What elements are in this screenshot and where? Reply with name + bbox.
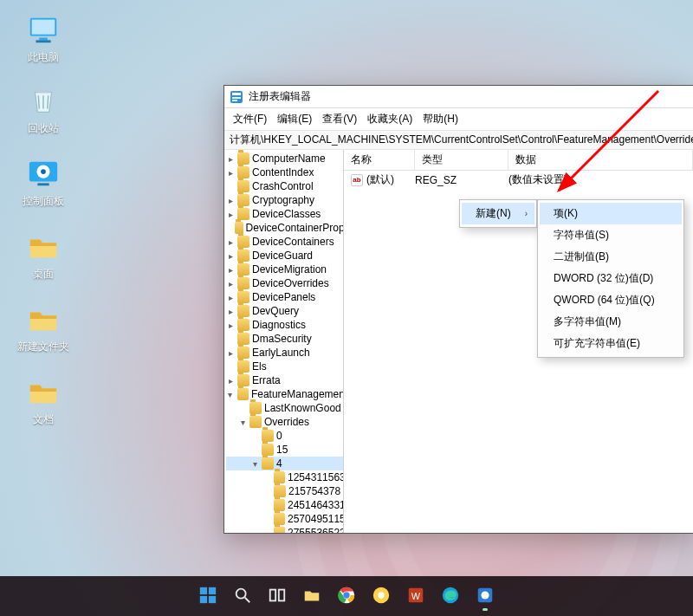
tree-item[interactable]: 0	[226, 429, 343, 443]
context-sub-item-5[interactable]: 多字符串值(M)	[540, 311, 682, 333]
desktop-icon-folder-1[interactable]: 桌面	[10, 229, 75, 282]
svg-point-30	[481, 591, 489, 599]
menu-item-3[interactable]: 收藏夹(A)	[364, 110, 416, 128]
folder-icon	[237, 180, 249, 192]
menu-item-0[interactable]: 文件(F)	[230, 110, 270, 128]
folder-icon	[262, 430, 274, 442]
expander-icon[interactable]: ▾	[226, 390, 235, 399]
tree-item[interactable]: ▸DevQuery	[226, 304, 343, 318]
tree-item[interactable]: ▸ContentIndex	[226, 165, 343, 179]
expander-icon[interactable]: ▸	[226, 293, 235, 302]
regedit-icon	[230, 90, 243, 104]
expander-icon[interactable]: ▸	[226, 196, 235, 205]
tree-item[interactable]: ▸EarlyLaunch	[226, 346, 343, 360]
col-name[interactable]: 名称	[344, 150, 415, 170]
tree-item[interactable]: ▸ComputerName	[226, 152, 343, 165]
tree-item[interactable]: CrashControl	[226, 179, 343, 193]
taskbar-explorer[interactable]	[300, 584, 324, 608]
chrome-icon	[337, 586, 356, 607]
context-sub-item-2[interactable]: 二进制值(B)	[540, 246, 682, 268]
expander-icon[interactable]: ▸	[226, 210, 235, 219]
menu-item-2[interactable]: 查看(V)	[319, 110, 360, 128]
value-row-default[interactable]: ab (默认) REG_SZ (数值未设置)	[344, 171, 693, 189]
context-sub-item-4[interactable]: QWORD (64 位)值(Q)	[540, 289, 682, 311]
address-bar[interactable]: 计算机\HKEY_LOCAL_MACHINE\SYSTEM\CurrentCon…	[224, 130, 693, 150]
tree-item[interactable]: 215754378	[226, 484, 343, 498]
taskbar-word[interactable]: W	[404, 584, 428, 608]
taskbar-chrome[interactable]	[334, 584, 359, 608]
word-icon: W	[406, 586, 425, 607]
menu-item-4[interactable]: 帮助(H)	[419, 110, 462, 128]
desktop-icon-control-panel[interactable]: 控制面板	[10, 156, 75, 209]
tree-view[interactable]: ▸ComputerName▸ContentIndexCrashControl▸C…	[224, 150, 344, 533]
tree-item[interactable]: DmaSecurity	[226, 332, 343, 346]
folder-icon	[302, 586, 321, 607]
taskbar-edge[interactable]	[438, 584, 463, 608]
tree-item[interactable]: Els	[226, 360, 343, 373]
taskbar-start[interactable]	[196, 584, 220, 608]
expander-icon[interactable]: ▸	[226, 168, 235, 178]
this-pc-icon	[26, 12, 61, 47]
expander-icon[interactable]: ▸	[226, 154, 235, 164]
tree-item[interactable]: 2451464331	[226, 498, 343, 512]
tree-item[interactable]: 2755536522	[226, 526, 343, 533]
tree-item-label: DeviceContainers	[252, 236, 334, 248]
col-type[interactable]: 类型	[415, 150, 508, 170]
tree-item-label: DeviceGuard	[252, 250, 313, 262]
tree-item[interactable]: ▸DeviceGuard	[226, 249, 343, 263]
expander-icon[interactable]: ▸	[226, 251, 235, 261]
expander-icon[interactable]: ▸	[226, 265, 235, 275]
expander-icon[interactable]: ▸	[226, 279, 235, 289]
expander-icon[interactable]: ▸	[226, 307, 235, 316]
menu-item-1[interactable]: 编辑(E)	[274, 110, 315, 128]
folder-icon	[237, 194, 249, 206]
desktop-icon-folder-3[interactable]: 文档	[10, 374, 75, 427]
tree-item[interactable]: 15	[226, 443, 343, 457]
tree-item[interactable]: ▸DeviceOverrides	[226, 276, 343, 290]
tree-item[interactable]: 1254311563	[226, 470, 343, 484]
tree-item-label: DevQuery	[252, 305, 299, 317]
tree-item[interactable]: ▸Cryptography	[226, 193, 343, 207]
expander-icon[interactable]: ▾	[250, 459, 259, 469]
tree-item[interactable]: ▸Diagnostics	[226, 318, 343, 332]
context-sub-item-0[interactable]: 项(K)	[540, 203, 682, 224]
tree-item[interactable]: DeviceContainerPropertyUpda	[226, 221, 343, 235]
folder-icon	[274, 513, 285, 525]
expander-icon[interactable]: ▸	[226, 348, 235, 358]
desktop-icon-folder-2[interactable]: 新建文件夹	[10, 302, 75, 354]
col-data[interactable]: 数据	[508, 150, 693, 170]
expander-icon[interactable]: ▸	[226, 237, 235, 247]
expander-icon[interactable]: ▾	[238, 418, 247, 427]
taskbar-settings[interactable]	[369, 584, 393, 608]
context-sub-item-1[interactable]: 字符串值(S)	[540, 224, 682, 246]
tree-item[interactable]: ▾FeatureManagement	[226, 387, 343, 401]
folder-icon	[237, 305, 249, 317]
context-sub-item-3[interactable]: DWORD (32 位)值(D)	[540, 268, 682, 289]
string-value-icon: ab	[351, 174, 363, 186]
folder-icon	[237, 152, 249, 165]
tree-item[interactable]: 2570495115	[226, 512, 343, 526]
context-sub-item-6[interactable]: 可扩充字符串值(E)	[540, 333, 682, 354]
taskbar-search[interactable]	[230, 584, 255, 608]
tree-item[interactable]: ▸DeviceMigration	[226, 263, 343, 276]
desktop-icon-recycle-bin[interactable]: 回收站	[10, 83, 75, 136]
expander-icon[interactable]: ▸	[226, 321, 235, 330]
context-sub-item-label: 多字符串值(M)	[554, 314, 621, 329]
tree-item[interactable]: ▸DevicePanels	[226, 290, 343, 304]
expander-icon[interactable]: ▸	[226, 376, 235, 386]
tree-item[interactable]: ▸DeviceContainers	[226, 235, 343, 249]
tree-item-label: DeviceOverrides	[252, 277, 329, 289]
tree-item[interactable]: ▾4	[226, 457, 343, 470]
context-sub-item-label: 字符串值(S)	[554, 228, 609, 243]
tree-item[interactable]: LastKnownGood	[226, 401, 343, 415]
desktop-icon-this-pc[interactable]: 此电脑	[10, 12, 75, 65]
tree-item[interactable]: ▸DeviceClasses	[226, 207, 343, 221]
app-icon	[476, 586, 495, 607]
taskbar-taskview[interactable]	[265, 584, 289, 608]
tree-item[interactable]: ▾Overrides	[226, 415, 343, 429]
context-item-new[interactable]: 新建(N) ›	[462, 203, 534, 224]
tree-item[interactable]: ▸Errata	[226, 373, 343, 387]
value-data: (数值未设置)	[508, 172, 693, 187]
taskbar-app9[interactable]	[473, 584, 497, 608]
titlebar[interactable]: 注册表编辑器	[224, 86, 693, 108]
